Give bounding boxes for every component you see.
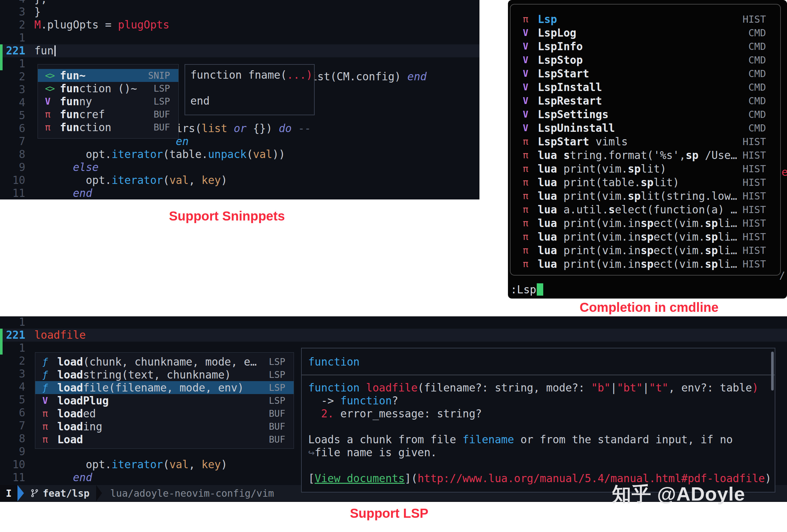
code-segment: (	[163, 174, 169, 187]
completion-item[interactable]: πlua print(vim.inspect(vim.spli…HIST	[511, 257, 780, 271]
doc-line: Loads a chunk from file filename or from…	[308, 433, 768, 446]
code-segment: lua	[538, 149, 557, 162]
completion-item[interactable]: πloadingBUF	[35, 420, 294, 433]
completion-item[interactable]: πLoadBUF	[35, 433, 294, 446]
code-segment: load	[57, 356, 83, 368]
completion-item[interactable]: πloadedBUF	[35, 407, 294, 420]
code-line[interactable]: 8 opt.iterator(table.unpack(val))	[0, 148, 480, 161]
command-cursor	[537, 283, 543, 296]
completion-label: load(chunk, chunkname, mode, e…	[57, 356, 257, 368]
code-line[interactable]: 1	[0, 31, 480, 44]
text-kind-icon: π	[42, 421, 57, 432]
completion-popup-snippets[interactable]: <>fun~SNIP<>function ()~LSPVfunnyLSPπfun…	[38, 64, 179, 139]
code-line[interactable]: 4},	[0, 0, 480, 5]
snippet-kind-icon: <>	[45, 83, 60, 94]
completion-label: loadPlug	[57, 395, 109, 407]
completion-item[interactable]: VLspStopCMD	[511, 53, 780, 67]
code-segment: ect(vim.	[654, 231, 705, 243]
completion-source-label: BUF	[269, 434, 285, 445]
text-kind-icon: π	[523, 218, 538, 229]
code-segment: end	[73, 471, 92, 484]
line-number: 3	[0, 367, 30, 381]
code-line[interactable]: 10 opt.iterator(val, key)	[0, 174, 480, 187]
code-segment: M	[34, 19, 41, 31]
snippet-preview-float: function fname(...)end	[185, 64, 315, 115]
editor-panel-snippets: 4},3}2M.plugOpts = plugOpts1221fun12 ist…	[0, 0, 480, 199]
completion-source-label: HIST	[743, 190, 766, 202]
line-number: 8	[0, 148, 30, 161]
completion-item[interactable]: πlua string.format('%s',sp /Use…HIST	[511, 148, 780, 162]
completion-item[interactable]: VLspInstallCMD	[511, 80, 780, 94]
function-kind-icon: ƒ	[42, 357, 57, 367]
completion-item[interactable]: VLspUninstallCMD	[511, 121, 780, 135]
completion-source-label: CMD	[748, 122, 766, 134]
code-segment: (	[247, 148, 253, 161]
completion-item[interactable]: <>function ()~LSP	[38, 82, 178, 95]
code-line[interactable]: 3}	[0, 5, 480, 19]
git-branch[interactable]: feat/lsp	[24, 488, 96, 499]
completion-item[interactable]: πlua print(vim.split)HIST	[511, 162, 780, 175]
command-line-text: :Lsp	[511, 283, 536, 296]
completion-item[interactable]: VLspInfoCMD	[511, 40, 780, 53]
variable-kind-icon: V	[523, 55, 538, 65]
completion-item[interactable]: πfunctionBUF	[38, 121, 178, 134]
line-number: 10	[0, 458, 30, 471]
completion-label: lua print(vim.inspect(vim.spli…	[538, 231, 737, 243]
completion-item[interactable]: ƒload(chunk, chunkname, mode, e…LSP	[35, 355, 294, 368]
text-cursor	[55, 45, 56, 56]
completion-item[interactable]: πlua print(vim.inspect(vim.spli…HIST	[511, 230, 780, 243]
completion-item-selected[interactable]: ƒloadfile(filename, mode, env)LSP	[35, 381, 294, 394]
completion-item[interactable]: VLspRestartCMD	[511, 94, 780, 107]
completion-item[interactable]: VfunnyLSP	[38, 95, 178, 108]
code-segment: or	[234, 122, 247, 135]
completion-label: Lsp	[538, 13, 557, 26]
current-code-line[interactable]: 221loadfile	[0, 329, 787, 342]
completion-item[interactable]: πlua print(table.split)HIST	[511, 175, 780, 189]
code-segment: fun	[60, 108, 79, 121]
completion-item[interactable]: ƒloadstring(text, chunkname)LSP	[35, 368, 294, 381]
code-text: else	[30, 161, 99, 174]
code-segment: lua	[538, 217, 557, 230]
line-number: 2	[0, 70, 30, 83]
doc-scrollbar[interactable]	[771, 352, 774, 390]
command-line[interactable]: :Lsp	[511, 282, 543, 297]
completion-item[interactable]: πlua print(vim.inspect(vim.spli…HIST	[511, 243, 780, 257]
completion-item[interactable]: VLspLogCMD	[511, 26, 780, 40]
code-segment: .plugOpts =	[41, 19, 118, 31]
completion-item[interactable]: πfuncrefBUF	[38, 108, 178, 121]
code-segment: sp	[705, 231, 718, 243]
completion-item[interactable]: πLspHIST	[511, 12, 780, 26]
completion-popup-lsp[interactable]: ƒload(chunk, chunkname, mode, e…LSPƒload…	[35, 352, 294, 449]
code-line[interactable]: 2M.plugOpts = plugOpts	[0, 19, 480, 31]
completion-item-selected[interactable]: <>fun~SNIP	[38, 69, 178, 82]
line-number: 3	[0, 5, 30, 19]
line-number: 11	[0, 187, 30, 199]
completion-item[interactable]: VloadPlugLSP	[35, 394, 294, 407]
completion-item[interactable]: πlua a.util.select(function(a) …HIST	[511, 203, 780, 216]
code-line[interactable]: 9 else	[0, 161, 480, 174]
powerline-separator-icon	[18, 485, 24, 501]
code-segment: )	[752, 381, 759, 394]
cmdline-completion-rows: πLspHISTVLspLogCMDVLspInfoCMDVLspStopCMD…	[511, 12, 780, 271]
stray-character: e	[782, 166, 787, 178]
code-line[interactable]: 11 end	[0, 187, 480, 199]
line-number: 7	[0, 135, 30, 148]
text-kind-icon: π	[523, 259, 538, 270]
completion-item[interactable]: VLspStartCMD	[511, 67, 780, 80]
completion-item[interactable]: πlua print(vim.split(string.low…HIST	[511, 189, 780, 203]
code-segment: sp	[705, 258, 718, 270]
current-code-line[interactable]: 221fun	[0, 44, 480, 57]
completion-label: lua print(vim.split)	[538, 163, 666, 175]
code-segment: View documents	[315, 472, 405, 485]
completion-source-label: LSP	[269, 395, 285, 406]
completion-item[interactable]: πLspStart vimlsHIST	[511, 135, 780, 148]
code-segment: sp	[628, 163, 641, 175]
code-line[interactable]: 1	[0, 316, 787, 329]
code-segment: (	[163, 458, 169, 471]
code-segment: (table.	[163, 148, 208, 161]
completion-label: LspStop	[538, 54, 583, 66]
code-segment: ->	[308, 395, 340, 407]
completion-item[interactable]: VLspSettingsCMD	[511, 107, 780, 121]
powerline-separator-icon	[96, 485, 102, 501]
completion-item[interactable]: πlua print(vim.inspect(vim.spli…HIST	[511, 216, 780, 230]
